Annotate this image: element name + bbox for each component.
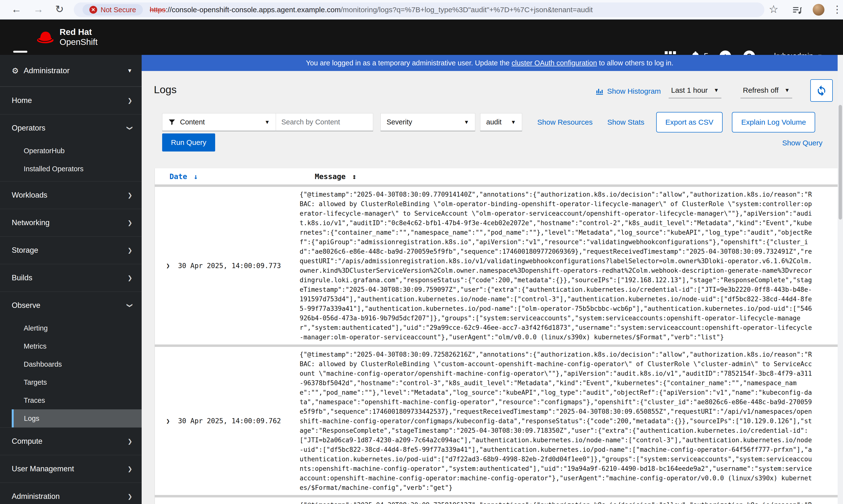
run-query-button[interactable]: Run Query bbox=[162, 133, 215, 151]
sidebar-item-administration[interactable]: Administration ❯ bbox=[0, 483, 142, 504]
browser-menu-icon[interactable]: ⋮ bbox=[832, 3, 842, 15]
browser-profile-avatar[interactable] bbox=[813, 4, 824, 16]
sidebar-item-user-management[interactable]: User Management ❯ bbox=[0, 455, 142, 483]
explain-log-volume-button[interactable]: Explain Log Volume bbox=[732, 112, 815, 132]
filter-icon bbox=[168, 119, 176, 126]
expand-toggle[interactable]: ❯ bbox=[155, 347, 170, 495]
log-table: Date ↓ Message ↕ ❯ 30 Apr 2025, 14:00:09… bbox=[155, 168, 838, 504]
show-histogram-link[interactable]: Show Histogram bbox=[596, 87, 661, 95]
page-scrollbar[interactable] bbox=[838, 55, 843, 504]
chevron-right-icon: ❯ bbox=[127, 97, 132, 104]
attribute-filter-select[interactable]: Content ▼ bbox=[162, 113, 276, 131]
oauth-config-link[interactable]: cluster OAuth configuration bbox=[512, 59, 597, 67]
sidebar-item-builds[interactable]: Builds ❯ bbox=[0, 264, 142, 291]
chevron-down-icon: ▼ bbox=[127, 68, 132, 74]
severity-select[interactable]: Severity ▼ bbox=[380, 113, 475, 131]
log-message: {"@timestamp":"2025-04-30T08:30:09.77091… bbox=[300, 187, 812, 344]
chevron-down-icon: ▼ bbox=[464, 119, 469, 125]
browser-toolbar: ← → ↻ ✕ Not Secure https://console-opens… bbox=[0, 0, 843, 19]
scrollbar-thumb[interactable] bbox=[839, 105, 842, 219]
chevron-down-icon: ▼ bbox=[264, 119, 270, 125]
log-date: 30 Apr 2025, 14:00:09.773 bbox=[170, 187, 300, 344]
sidebar-item-networking[interactable]: Networking ❯ bbox=[0, 209, 142, 236]
sidebar-item-storage[interactable]: Storage ❯ bbox=[0, 237, 142, 264]
brand-line2: OpenShift bbox=[59, 37, 98, 47]
log-row: ❯ 30 Apr 2025, 14:00:09.762 {"@timestamp… bbox=[155, 344, 838, 495]
expand-toggle[interactable]: ❯ bbox=[155, 187, 170, 344]
date-column-header[interactable]: Date ↓ bbox=[170, 172, 198, 181]
tenant-select[interactable]: audit ▼ bbox=[480, 113, 522, 131]
chevron-right-icon: ❯ bbox=[127, 466, 132, 472]
expand-toggle[interactable] bbox=[155, 498, 170, 504]
sidebar-item-observe[interactable]: Observe ❯ bbox=[0, 292, 142, 319]
log-message: {"@timestamp":"2025-04-30T08:30:09.72582… bbox=[300, 347, 812, 495]
chevron-right-icon: ❯ bbox=[127, 274, 132, 281]
sidebar-item-targets[interactable]: Targets bbox=[0, 373, 142, 391]
export-csv-button[interactable]: Export as CSV bbox=[656, 112, 723, 132]
sidebar-item-operatorhub[interactable]: OperatorHub bbox=[0, 142, 142, 160]
chevron-right-icon: ❯ bbox=[127, 192, 132, 199]
sidebar-item-operators[interactable]: Operators ❯ bbox=[0, 114, 142, 142]
not-secure-icon: ✕ bbox=[89, 6, 97, 14]
reload-icon[interactable]: ↻ bbox=[55, 3, 64, 15]
search-input[interactable] bbox=[281, 118, 367, 126]
show-resources-link[interactable]: Show Resources bbox=[537, 118, 593, 126]
log-date bbox=[170, 498, 300, 504]
content-search-field bbox=[276, 113, 373, 131]
chevron-expanded-icon: ❯ bbox=[126, 303, 133, 308]
banner-text-after: to allow others to log in. bbox=[599, 59, 673, 67]
perspective-switcher[interactable]: ⚙ Administrator ▼ bbox=[0, 55, 142, 87]
chevron-right-icon: ❯ bbox=[166, 262, 170, 269]
back-icon[interactable]: ← bbox=[11, 3, 21, 15]
forward-icon[interactable]: → bbox=[33, 3, 44, 15]
chevron-down-icon: ▼ bbox=[785, 87, 790, 93]
gear-icon: ⚙ bbox=[12, 66, 19, 75]
time-range-select[interactable]: Last 1 hour ▼ bbox=[669, 83, 721, 98]
sidebar-nav: ⚙ Administrator ▼ Home ❯ Operators ❯ Ope… bbox=[0, 55, 142, 504]
show-stats-link[interactable]: Show Stats bbox=[607, 118, 644, 126]
sidebar-item-alerting[interactable]: Alerting bbox=[0, 319, 142, 337]
bookmark-star-icon[interactable]: ☆ bbox=[769, 3, 778, 15]
not-secure-chip[interactable]: ✕ Not Secure bbox=[83, 4, 143, 15]
sync-icon bbox=[816, 85, 827, 96]
url-text[interactable]: https://console-openshift-console.apps.a… bbox=[150, 6, 593, 14]
main-content: Logs Show Histogram Last 1 hour ▼ Refres… bbox=[142, 71, 838, 504]
histogram-icon bbox=[596, 87, 604, 95]
banner-text-before: You are logged in as a temporary adminis… bbox=[306, 59, 510, 67]
log-row: ❯ 30 Apr 2025, 14:00:09.773 {"@timestamp… bbox=[155, 184, 838, 344]
brand-logo[interactable]: Red Hat OpenShift bbox=[36, 27, 98, 47]
chevron-right-icon: ❯ bbox=[166, 417, 170, 425]
sidebar-item-workloads[interactable]: Workloads ❯ bbox=[0, 181, 142, 209]
sidebar-item-traces[interactable]: Traces bbox=[0, 391, 142, 409]
media-controls-icon[interactable] bbox=[792, 5, 803, 18]
sidebar-item-dashboards[interactable]: Dashboards bbox=[0, 355, 142, 373]
chevron-right-icon: ❯ bbox=[127, 438, 132, 445]
sidebar-item-home[interactable]: Home ❯ bbox=[0, 87, 142, 114]
chevron-expanded-icon: ❯ bbox=[126, 126, 133, 130]
chevron-down-icon: ▼ bbox=[713, 87, 719, 93]
chevron-right-icon: ❯ bbox=[127, 247, 132, 254]
sidebar-item-metrics[interactable]: Metrics bbox=[0, 337, 142, 355]
log-table-header: Date ↓ Message ↕ bbox=[155, 168, 838, 184]
brand-line1: Red Hat bbox=[59, 27, 98, 37]
address-bar[interactable]: ✕ Not Secure https://console-openshift-c… bbox=[74, 2, 764, 17]
message-column-header[interactable]: Message ↕ bbox=[315, 172, 357, 181]
url-scheme: https bbox=[150, 6, 166, 14]
sidebar-item-logs[interactable]: Logs bbox=[12, 409, 142, 427]
sort-descending-icon: ↓ bbox=[193, 172, 198, 181]
query-toolbar: Content ▼ Severity ▼ audit ▼ Show Resour… bbox=[162, 112, 815, 132]
not-secure-label: Not Secure bbox=[101, 6, 136, 14]
refresh-interval-select[interactable]: Refresh off ▼ bbox=[740, 83, 792, 98]
perspective-label: Administrator bbox=[24, 66, 70, 75]
refresh-button[interactable] bbox=[810, 79, 833, 102]
sidebar-item-compute[interactable]: Compute ❯ bbox=[0, 428, 142, 455]
url-path: /monitoring/logs?q=%7B+log_type%3D"audit… bbox=[341, 6, 593, 14]
chevron-right-icon: ❯ bbox=[127, 493, 132, 500]
temp-admin-banner: You are logged in as a temporary adminis… bbox=[142, 55, 838, 71]
page-title: Logs bbox=[154, 84, 176, 96]
sidebar-item-installed-operators[interactable]: Installed Operators bbox=[0, 160, 142, 178]
log-message: {"@timestamp":"2025-04-30T08:30:09.72581… bbox=[300, 498, 812, 504]
masthead: Red Hat OpenShift 5 + ? kube:admin ▼ bbox=[0, 19, 843, 55]
log-row: {"@timestamp":"2025-04-30T08:30:09.72581… bbox=[155, 495, 838, 504]
show-query-link[interactable]: Show Query bbox=[782, 139, 823, 147]
